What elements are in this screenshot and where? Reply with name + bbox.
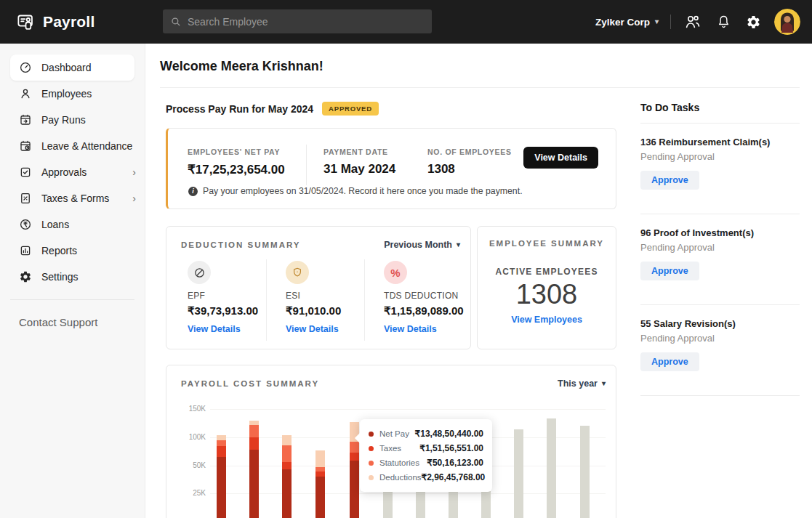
chart-bar-segment[interactable] bbox=[249, 425, 259, 437]
chart-bar-segment[interactable] bbox=[217, 457, 226, 518]
chart-bar-segment[interactable] bbox=[217, 440, 226, 446]
statutories-dot-icon bbox=[369, 461, 374, 466]
stat-divider bbox=[306, 145, 307, 185]
view-employees-link[interactable]: View Employees bbox=[511, 315, 582, 325]
bell-icon bbox=[716, 14, 731, 30]
topbar-divider bbox=[670, 15, 671, 29]
employees-icon bbox=[19, 87, 32, 100]
chart-bar-segment[interactable] bbox=[315, 477, 325, 518]
app-name: Payroll bbox=[43, 13, 95, 31]
main-content: Welcome Meera Krishnan! Process Pay Run … bbox=[145, 44, 812, 518]
payrun-info-note: Pay your employees on 31/05/2024. Record… bbox=[203, 186, 523, 196]
sidebar-item-settings[interactable]: Settings bbox=[0, 264, 145, 290]
deductions-dot-icon bbox=[369, 475, 374, 480]
y-axis-tick: 150K bbox=[178, 405, 206, 413]
sidebar-item-approvals[interactable]: Approvals › bbox=[0, 159, 145, 185]
employee-summary-card: EMPLOYEE SUMMARY ACTIVE EMPLOYEES 1308 V… bbox=[477, 226, 616, 349]
esi-shield-icon bbox=[286, 261, 309, 284]
todo-task-salary-revision: 55 Salary Revision(s) Pending Approval A… bbox=[640, 305, 800, 386]
topbar: Payroll Zylker Corp ▾ bbox=[0, 0, 812, 44]
approve-salary-revisions-button[interactable]: Approve bbox=[640, 352, 699, 371]
chart-bar-segment[interactable] bbox=[350, 453, 359, 461]
user-avatar[interactable] bbox=[774, 9, 800, 35]
approvals-icon bbox=[19, 166, 32, 179]
todo-divider bbox=[640, 395, 800, 396]
notifications-button[interactable] bbox=[715, 12, 733, 31]
sidebar-item-leave-attendance[interactable]: Leave & Attendance bbox=[0, 133, 145, 159]
search-input[interactable] bbox=[188, 16, 425, 28]
net-pay-stat: EMPLOYEES' NET PAY ₹17,25,23,654.00 bbox=[188, 147, 285, 177]
approve-investment-proofs-button[interactable]: Approve bbox=[640, 262, 699, 280]
taxes-dot-icon bbox=[369, 446, 374, 451]
chart-bar-segment[interactable] bbox=[282, 462, 292, 469]
leave-attendance-icon bbox=[19, 139, 32, 153]
todo-task-reimbursement: 136 Reimbursement Claim(s) Pending Appro… bbox=[640, 124, 800, 204]
chart-tooltip: Net Pay ₹13,48,50,440.00 Taxes ₹1,51,56,… bbox=[360, 419, 492, 492]
settings-gear-icon bbox=[19, 270, 32, 283]
gear-icon bbox=[746, 15, 761, 30]
active-employees-count: 1308 bbox=[478, 279, 616, 310]
users-icon bbox=[684, 13, 702, 31]
chart-bar-future[interactable] bbox=[580, 426, 590, 518]
tds-percent-icon: % bbox=[384, 261, 407, 284]
chevron-right-icon: › bbox=[132, 193, 136, 203]
dashboard-icon bbox=[19, 61, 32, 74]
chart-bar-segment[interactable] bbox=[282, 435, 292, 445]
sidebar-item-pay-runs[interactable]: Pay Runs bbox=[0, 107, 145, 133]
chart-bar-segment[interactable] bbox=[350, 442, 359, 453]
sidebar-item-reports[interactable]: Reports bbox=[0, 238, 145, 264]
sidebar-item-employees[interactable]: Employees bbox=[0, 81, 145, 107]
tds-summary: % TDS DEDUCTION ₹1,15,89,089.00 View Det… bbox=[384, 261, 470, 335]
caret-down-icon: ▾ bbox=[457, 241, 460, 248]
payment-date-stat: PAYMENT DATE 31 May 2024 bbox=[323, 147, 395, 177]
status-badge: APPROVED bbox=[322, 102, 379, 116]
chart-title: PAYROLL COST SUMMARY bbox=[181, 379, 319, 388]
sidebar: Dashboard Employees Pay Runs Leave & Att… bbox=[0, 44, 145, 518]
chart-bar-segment[interactable] bbox=[282, 445, 292, 462]
users-button[interactable] bbox=[683, 12, 703, 32]
taxes-forms-icon bbox=[19, 192, 32, 205]
chart-bar-segment[interactable] bbox=[282, 469, 292, 518]
info-icon: i bbox=[188, 187, 198, 196]
todo-title: To Do Tasks bbox=[640, 102, 800, 113]
payrun-card: EMPLOYEES' NET PAY ₹17,25,23,654.00 PAYM… bbox=[166, 128, 616, 209]
y-axis-tick: 100K bbox=[178, 433, 206, 441]
chart-bar-segment[interactable] bbox=[315, 472, 325, 477]
search-icon bbox=[170, 16, 181, 27]
period-dropdown[interactable]: Previous Month ▾ bbox=[384, 240, 460, 250]
chart-bar-segment[interactable] bbox=[217, 446, 226, 458]
approve-reimbursements-button[interactable]: Approve bbox=[640, 171, 699, 190]
year-dropdown[interactable]: This year ▾ bbox=[558, 379, 606, 389]
chart-bar-segment[interactable] bbox=[249, 450, 259, 518]
pay-runs-icon bbox=[19, 113, 32, 126]
active-employees-label: ACTIVE EMPLOYEES bbox=[478, 267, 616, 277]
chart-bar-segment[interactable] bbox=[249, 421, 259, 424]
org-switcher[interactable]: Zylker Corp ▾ bbox=[595, 17, 659, 28]
column-divider bbox=[364, 259, 365, 341]
chart-bar-future[interactable] bbox=[547, 418, 556, 518]
caret-down-icon: ▾ bbox=[655, 18, 659, 25]
esi-view-details-link[interactable]: View Details bbox=[286, 324, 339, 334]
chart-bar-segment[interactable] bbox=[249, 437, 259, 450]
y-axis-tick: 25K bbox=[178, 489, 206, 497]
sidebar-item-dashboard[interactable]: Dashboard bbox=[10, 54, 134, 81]
todo-task-investment-proof: 96 Proof of Investment(s) Pending Approv… bbox=[640, 214, 800, 295]
chart-bar-segment[interactable] bbox=[217, 435, 226, 440]
todo-panel: To Do Tasks 136 Reimbursement Claim(s) P… bbox=[640, 102, 800, 396]
employee-search[interactable] bbox=[163, 9, 432, 33]
epf-summary: EPF ₹39,73,913.00 View Details bbox=[188, 261, 275, 335]
contact-support-link[interactable]: Contact Support bbox=[19, 316, 145, 328]
epf-view-details-link[interactable]: View Details bbox=[188, 324, 241, 334]
sidebar-item-loans[interactable]: Loans bbox=[0, 211, 145, 238]
chart-bar-segment[interactable] bbox=[350, 461, 359, 518]
deduction-summary-card: DEDUCTION SUMMARY Previous Month ▾ EPF ₹… bbox=[166, 226, 471, 349]
sidebar-item-taxes-forms[interactable]: Taxes & Forms › bbox=[0, 185, 145, 211]
chart-bar-future[interactable] bbox=[514, 429, 523, 518]
chart-bar-segment[interactable] bbox=[315, 450, 325, 467]
tds-view-details-link[interactable]: View Details bbox=[384, 324, 437, 334]
view-details-button[interactable]: View Details bbox=[523, 147, 598, 169]
settings-button[interactable] bbox=[744, 13, 763, 31]
avatar-image bbox=[774, 9, 800, 35]
chart-bar-segment[interactable] bbox=[315, 467, 325, 472]
app-logo: Payroll bbox=[0, 12, 95, 32]
